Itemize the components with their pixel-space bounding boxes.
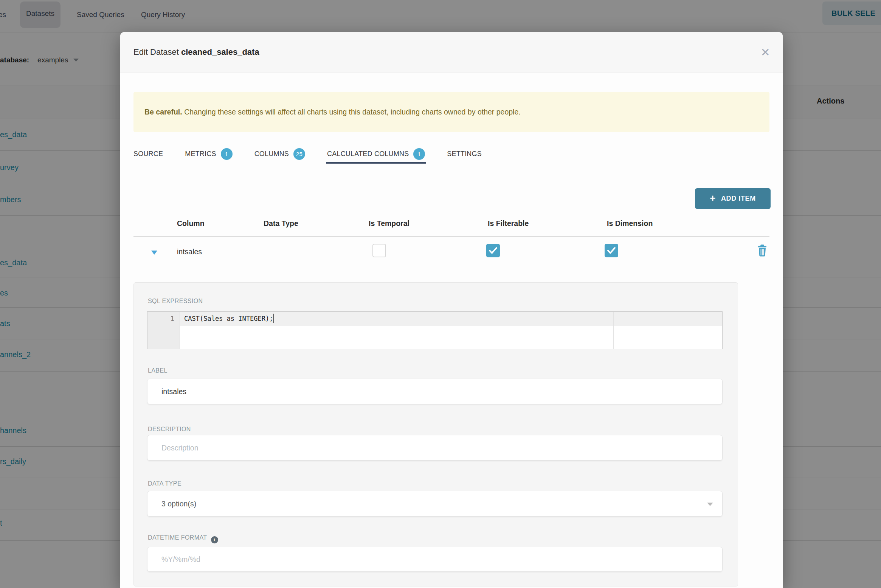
tab-label: METRICS [185,150,216,158]
datetime-format-label: DATETIME FORMATi [148,534,218,543]
add-item-label: ADD ITEM [721,195,756,203]
is-dimension-checkbox[interactable] [605,244,618,257]
sql-expression-label: SQL EXPRESSION [148,298,203,305]
sql-code-line: CAST(Sales as INTEGER); [184,312,274,326]
modal-title: Edit Dataset cleaned_sales_data [133,47,259,57]
tab-metrics[interactable]: METRICS1 [185,145,232,163]
grid-header-is-dimension: Is Dimension [607,219,653,228]
description-input[interactable] [147,435,723,461]
tab-calculated-columns[interactable]: CALCULATED COLUMNS1 [327,145,425,163]
tab-count-badge: 25 [293,148,305,160]
select-caret-icon [707,503,713,506]
tab-settings[interactable]: SETTINGS [447,145,482,163]
info-icon[interactable]: i [211,536,218,543]
editor-line-number: 1 [147,312,174,326]
tab-label: SETTINGS [447,150,482,158]
add-item-button[interactable]: + ADD ITEM [695,188,771,209]
data-type-select[interactable]: 3 option(s) [147,491,723,517]
modal-tabs: SOURCEMETRICS1COLUMNS25CALCULATED COLUMN… [133,145,769,163]
row-expand-caret-icon[interactable] [151,251,157,255]
editor-print-margin [613,312,614,349]
label-input[interactable] [147,379,723,404]
warning-bold: Be careful. [144,108,182,116]
modal-title-prefix: Edit Dataset [133,47,179,57]
close-icon[interactable]: ✕ [758,46,772,59]
data-type-label: DATA TYPE [148,480,181,487]
tab-label: CALCULATED COLUMNS [327,150,409,158]
tab-source[interactable]: SOURCE [133,145,163,163]
delete-column-icon[interactable] [757,244,768,257]
text-cursor [273,314,274,323]
is-temporal-checkbox[interactable] [372,244,386,257]
grid-divider [133,236,769,237]
is-filterable-checkbox[interactable] [486,244,500,257]
tab-label: SOURCE [133,150,163,158]
grid-header-is-temporal: Is Temporal [369,219,409,228]
warning-banner: Be careful. Changing these settings will… [133,92,769,132]
datetime-format-input[interactable] [147,547,723,572]
modal-header: Edit Dataset cleaned_sales_data ✕ [120,32,783,73]
grid-header-is-filterable: Is Filterable [488,219,529,228]
tab-label: COLUMNS [254,150,289,158]
calculated-column-name: intsales [177,248,202,256]
tab-count-badge: 1 [221,148,233,160]
tab-count-badge: 1 [413,148,425,160]
plus-icon: + [710,192,716,204]
tab-columns[interactable]: COLUMNS25 [254,145,305,163]
grid-header-column: Column [177,219,205,228]
modal-title-dataset-name: cleaned_sales_data [181,47,259,57]
label-label: LABEL [148,367,168,374]
grid-header-data-type: Data Type [264,219,298,228]
screen: es Datasets Saved Queries Query History … [0,0,881,588]
column-detail-card: SQL EXPRESSION 1 CAST(Sales as INTEGER);… [133,282,738,586]
edit-dataset-modal: Edit Dataset cleaned_sales_data ✕ Be car… [120,32,783,588]
description-label: DESCRIPTION [148,426,191,433]
data-type-value: 3 option(s) [161,500,196,508]
warning-text: Be careful. Changing these settings will… [144,108,521,116]
sql-editor[interactable]: 1 CAST(Sales as INTEGER); [147,311,723,349]
